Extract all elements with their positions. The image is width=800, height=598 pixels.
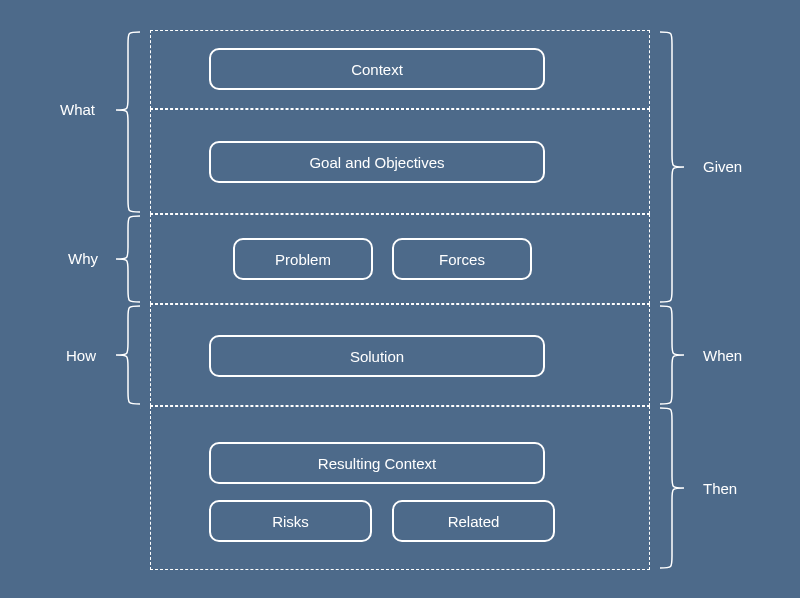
braces-layer: [0, 0, 800, 598]
brace-given: [660, 32, 684, 302]
brace-how: [116, 306, 140, 404]
diagram-canvas: Context Goal and Objectives Problem Forc…: [0, 0, 800, 598]
brace-why: [116, 216, 140, 302]
brace-then: [660, 408, 684, 568]
brace-when: [660, 306, 684, 404]
brace-what: [116, 32, 140, 212]
